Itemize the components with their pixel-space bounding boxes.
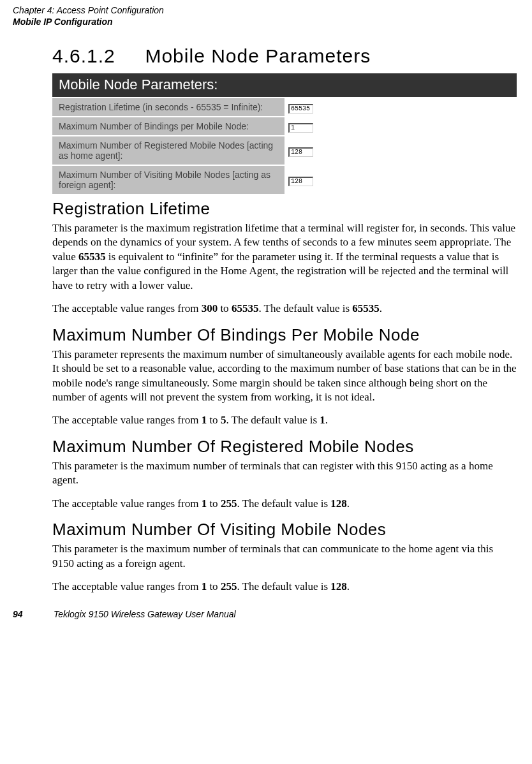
subhead-max-bindings: Maximum Number Of Bindings Per Mobile No… [52, 325, 517, 345]
param-label: Maximum Number of Registered Mobile Node… [52, 136, 284, 165]
running-header-line1: Chapter 4: Access Point Configuration [13, 5, 519, 17]
param-row-max-bindings: Maximum Number of Bindings per Mobile No… [52, 117, 517, 136]
running-header: Chapter 4: Access Point Configuration Mo… [13, 5, 519, 27]
max-bindings-input[interactable]: 1 [288, 123, 313, 133]
paragraph: This parameter is the maximum registrati… [52, 221, 517, 293]
paragraph: The acceptable value ranges from 1 to 25… [52, 580, 517, 594]
page-footer: 94 Teklogix 9150 Wireless Gateway User M… [13, 609, 519, 619]
param-label: Maximum Number of Visiting Mobile Nodes … [52, 165, 284, 194]
paragraph: The acceptable value ranges from 1 to 25… [52, 497, 517, 511]
footer-title: Teklogix 9150 Wireless Gateway User Manu… [54, 609, 236, 619]
paragraph: The acceptable value ranges from 300 to … [52, 302, 517, 316]
section-heading: 4.6.1.2 Mobile Node Parameters [52, 45, 517, 67]
param-label: Maximum Number of Bindings per Mobile No… [52, 117, 284, 136]
param-row-max-visiting: Maximum Number of Visiting Mobile Nodes … [52, 165, 517, 194]
paragraph: This parameter represents the maximum nu… [52, 348, 517, 405]
param-label: Registration Lifetime (in seconds - 6553… [52, 98, 284, 117]
subhead-max-visiting: Maximum Number Of Visiting Mobile Nodes [52, 520, 517, 540]
max-registered-input[interactable]: 128 [288, 147, 313, 157]
paragraph: The acceptable value ranges from 1 to 5.… [52, 413, 517, 427]
paragraph: This parameter is the maximum number of … [52, 459, 517, 488]
mobile-node-parameters-panel: Mobile Node Parameters: Registration Lif… [52, 73, 517, 194]
page-number: 94 [13, 609, 51, 619]
section-title: Mobile Node Parameters [145, 45, 371, 66]
max-visiting-input[interactable]: 128 [288, 177, 313, 186]
section-number: 4.6.1.2 [52, 45, 115, 66]
running-header-line2: Mobile IP Configuration [13, 17, 519, 28]
registration-lifetime-input[interactable]: 65535 [288, 104, 313, 114]
subhead-max-registered: Maximum Number Of Registered Mobile Node… [52, 437, 517, 457]
panel-title: Mobile Node Parameters: [52, 73, 517, 98]
param-row-max-registered: Maximum Number of Registered Mobile Node… [52, 136, 517, 165]
subhead-registration-lifetime: Registration Lifetime [52, 199, 517, 219]
paragraph: This parameter is the maximum number of … [52, 542, 517, 571]
param-row-registration-lifetime: Registration Lifetime (in seconds - 6553… [52, 98, 517, 117]
